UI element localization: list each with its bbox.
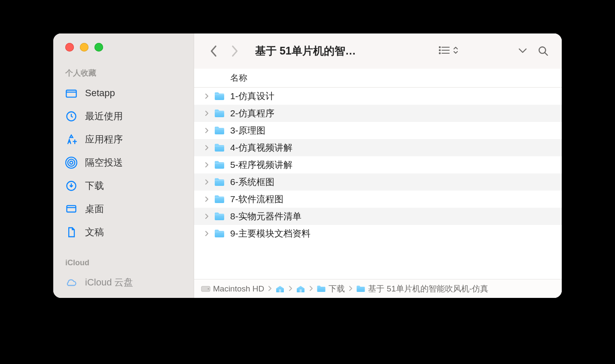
sidebar-item-downloads[interactable]: 下载 [53, 174, 194, 197]
path-label: 下载 [329, 283, 345, 294]
file-name: 3-原理图 [230, 124, 265, 136]
file-name: 2-仿真程序 [230, 107, 274, 119]
sidebar-item-label: 文稿 [85, 226, 104, 239]
main-area: 基于 51单片机的智… 名称 1-仿真设计2-仿真程序3- [194, 33, 562, 298]
path-label: Macintosh HD [213, 284, 264, 294]
sidebar-item-desktop[interactable]: 桌面 [53, 197, 194, 221]
hdd-icon [201, 285, 210, 293]
svg-point-3 [68, 159, 75, 166]
table-row[interactable]: 9-主要模块文档资料 [194, 225, 562, 242]
sidebar-item-documents[interactable]: 文稿 [53, 221, 194, 244]
clock-icon [65, 110, 77, 122]
table-row[interactable]: 6-系统框图 [194, 173, 562, 191]
table-row[interactable]: 1-仿真设计 [194, 88, 562, 105]
path-crumb[interactable]: 下载 [317, 283, 345, 294]
folder-icon [65, 87, 77, 99]
back-button[interactable] [204, 41, 224, 61]
view-mode-select[interactable] [430, 46, 466, 57]
table-row[interactable]: 3-原理图 [194, 122, 562, 139]
disclosure-triangle-icon[interactable] [203, 161, 210, 169]
chevron-right-icon [309, 284, 313, 294]
folder-icon [214, 126, 225, 135]
disclosure-triangle-icon[interactable] [203, 212, 210, 220]
disclosure-triangle-icon[interactable] [203, 144, 210, 152]
apps-icon [65, 133, 77, 146]
folder-icon [214, 229, 225, 238]
sidebar-item-setapp[interactable]: Setapp [53, 82, 194, 105]
table-row[interactable]: 5-程序视频讲解 [194, 156, 562, 173]
folder-icon [214, 109, 225, 118]
sidebar-item-icloud-drive[interactable]: iCloud 云盘 [53, 271, 194, 294]
sidebar-item-label: 隔空投送 [85, 156, 123, 169]
svg-rect-0 [66, 90, 76, 97]
sidebar-item-airdrop[interactable]: 隔空投送 [53, 151, 194, 174]
home-icon [296, 285, 305, 293]
chevron-right-icon [348, 284, 353, 294]
sidebar-item-label: 应用程序 [85, 133, 123, 146]
sidebar-item-label: 下载 [85, 179, 104, 192]
file-name: 1-仿真设计 [230, 90, 274, 102]
svg-rect-17 [279, 289, 281, 292]
table-row[interactable]: 4-仿真视频讲解 [194, 139, 562, 156]
path-bar: Macintosh HD下载基于 51单片机的智能吹风机-仿真 [194, 279, 562, 298]
cloud-icon [65, 276, 77, 288]
svg-point-9 [439, 49, 441, 51]
column-name-label: 名称 [230, 72, 247, 84]
file-name: 8-实物元器件清单 [230, 210, 301, 222]
disclosure-triangle-icon[interactable] [203, 195, 210, 203]
path-label: 基于 51单片机的智能吹风机-仿真 [368, 283, 488, 294]
svg-line-14 [545, 52, 548, 55]
file-list: 1-仿真设计2-仿真程序3-原理图4-仿真视频讲解5-程序视频讲解6-系统框图7… [194, 88, 562, 279]
svg-point-7 [439, 46, 441, 48]
svg-rect-6 [67, 206, 76, 212]
column-header[interactable]: 名称 [194, 69, 562, 88]
toolbar: 基于 51单片机的智… [194, 33, 562, 69]
close-window-button[interactable] [65, 43, 74, 52]
folder-icon [214, 160, 225, 170]
folder-icon [214, 212, 225, 221]
chevron-up-down-icon [453, 46, 459, 57]
disclosure-triangle-icon[interactable] [203, 127, 210, 134]
sidebar-item-label: Setapp [85, 88, 115, 99]
airdrop-icon [65, 157, 77, 169]
folder-icon [356, 285, 365, 293]
disclosure-triangle-icon[interactable] [203, 92, 210, 100]
table-row[interactable]: 2-仿真程序 [194, 105, 562, 122]
path-crumb[interactable]: Macintosh HD [201, 284, 264, 294]
disclosure-triangle-icon[interactable] [203, 178, 210, 186]
list-view-icon [438, 46, 450, 57]
disclosure-triangle-icon[interactable] [203, 109, 210, 117]
forward-button[interactable] [224, 41, 245, 61]
svg-rect-18 [300, 289, 302, 292]
folder-icon [214, 143, 225, 152]
table-row[interactable]: 7-软件流程图 [194, 191, 562, 208]
traffic-lights [53, 43, 194, 52]
file-name: 9-主要模块文档资料 [230, 228, 311, 240]
search-button[interactable] [534, 42, 552, 60]
table-row[interactable]: 8-实物元器件清单 [194, 208, 562, 225]
file-name: 7-软件流程图 [230, 193, 283, 205]
sidebar-item-label: 最近使用 [85, 110, 123, 123]
sidebar-item-recents[interactable]: 最近使用 [53, 105, 194, 128]
folder-icon [214, 91, 225, 101]
sidebar: 个人收藏 Setapp 最近使用 应用程序 隔空投送 [53, 33, 194, 298]
path-crumb[interactable]: 基于 51单片机的智能吹风机-仿真 [356, 283, 488, 294]
zoom-window-button[interactable] [94, 43, 103, 52]
path-crumb[interactable] [296, 285, 305, 293]
doc-icon [65, 226, 77, 238]
svg-point-2 [70, 161, 73, 164]
sidebar-section-icloud: iCloud [53, 257, 194, 271]
folder-icon [317, 285, 326, 293]
sidebar-item-label: 桌面 [85, 203, 104, 215]
sidebar-item-applications[interactable]: 应用程序 [53, 128, 194, 151]
folder-icon [214, 177, 225, 187]
disclosure-triangle-icon[interactable] [203, 230, 210, 237]
chevron-right-icon [288, 284, 292, 294]
path-crumb[interactable] [275, 285, 285, 293]
more-button[interactable] [514, 42, 532, 60]
chevron-right-icon [268, 284, 272, 294]
file-name: 4-仿真视频讲解 [230, 142, 292, 154]
minimize-window-button[interactable] [80, 43, 88, 52]
file-name: 6-系统框图 [230, 176, 274, 188]
folder-icon [214, 194, 225, 204]
